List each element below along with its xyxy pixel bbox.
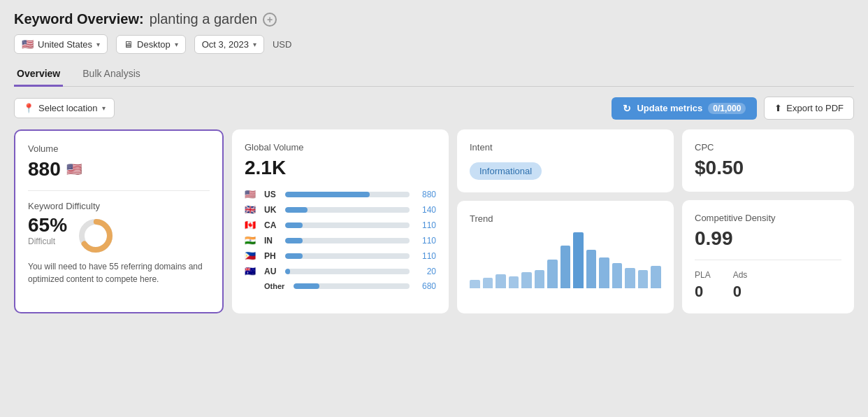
page-header: Keyword Overview: planting a garden + 🇺🇸… [14, 11, 854, 54]
comp-density-value: 0.99 [695, 227, 841, 250]
date-filter[interactable]: Oct 3, 2023 ▾ [194, 35, 264, 54]
difficulty-info: 65% Difficult [28, 215, 67, 246]
country-filter[interactable]: 🇺🇸 United States ▾ [14, 34, 108, 54]
select-location-button[interactable]: 📍 Select location ▾ [14, 98, 115, 118]
country-code-label: Other [264, 282, 288, 290]
list-item: 🇬🇧 UK 140 [245, 204, 436, 215]
cards-grid: Volume 880 🇺🇸 Keyword Difficulty 65% Dif… [14, 129, 854, 313]
keyword-title-row: Keyword Overview: planting a garden + [14, 11, 854, 27]
update-metrics-counter: 0/1,000 [708, 103, 746, 114]
country-volume-value: 110 [415, 251, 436, 261]
volume-flag: 🇺🇸 [66, 162, 82, 177]
competitive-density-card: Competitive Density 0.99 PLA 0 Ads 0 [682, 200, 854, 313]
keyword-overview-label: Keyword Overview: [14, 11, 144, 27]
country-flag-icon: 🇮🇳 [245, 235, 259, 246]
country-code-label: AU [264, 267, 280, 276]
trend-bar [651, 266, 661, 288]
bar-fill [285, 253, 303, 259]
intent-badge: Informational [470, 162, 542, 180]
country-code-label: PH [264, 251, 280, 261]
update-metrics-label: Update metrics [637, 103, 702, 113]
export-icon: ⬆ [774, 103, 782, 113]
bar-background [285, 238, 410, 243]
country-rows: 🇺🇸 US 880 🇬🇧 UK 140 🇨🇦 CA 110 🇮🇳 IN [245, 189, 436, 291]
trend-bar [638, 270, 649, 288]
country-flag-icon: 🇦🇺 [245, 266, 259, 276]
device-filter[interactable]: 🖥 Desktop ▾ [116, 35, 186, 54]
trend-bar [586, 250, 597, 288]
country-flag-icon: 🇺🇸 [245, 189, 259, 199]
country-flag-icon: 🇬🇧 [245, 204, 259, 215]
add-keyword-icon[interactable]: + [263, 13, 277, 27]
difficulty-row: 65% Difficult [28, 215, 210, 255]
filters-row: 🇺🇸 United States ▾ 🖥 Desktop ▾ Oct 3, 20… [14, 34, 854, 54]
pla-label: PLA [695, 270, 711, 280]
toolbar-row: 📍 Select location ▾ ↻ Update metrics 0/1… [14, 97, 854, 120]
currency-label: USD [273, 39, 291, 50]
export-pdf-button[interactable]: ⬆ Export to PDF [764, 97, 854, 120]
keyword-name: planting a garden [150, 11, 258, 27]
comp-density-label: Competitive Density [695, 213, 841, 223]
bar-background [285, 207, 410, 213]
donut-chart [77, 217, 115, 255]
export-label: Export to PDF [786, 103, 844, 113]
bar-fill [285, 222, 303, 228]
volume-difficulty-card: Volume 880 🇺🇸 Keyword Difficulty 65% Dif… [14, 129, 224, 313]
bar-fill [285, 192, 370, 197]
tab-overview[interactable]: Overview [14, 62, 63, 87]
difficulty-label: Keyword Difficulty [28, 201, 210, 211]
trend-bar [625, 268, 635, 288]
bar-fill [285, 269, 290, 274]
bar-background [285, 192, 410, 197]
ads-label: Ads [733, 270, 748, 280]
select-location-label: Select location [38, 103, 98, 113]
trend-bar [496, 274, 506, 288]
difficulty-desc: You will need to have 55 referring domai… [28, 260, 210, 285]
trend-label: Trend [470, 213, 661, 224]
pla-ads-row: PLA 0 Ads 0 [695, 270, 841, 301]
country-volume-value: 110 [415, 220, 436, 230]
tabs-row: Overview Bulk Analysis [14, 62, 854, 87]
trend-bar [547, 260, 558, 288]
monitor-icon: 🖥 [124, 39, 133, 50]
global-volume-card: Global Volume 2.1K 🇺🇸 US 880 🇬🇧 UK 140 🇨… [232, 129, 449, 313]
chevron-down-icon-4: ▾ [102, 104, 106, 112]
country-volume-value: 20 [415, 267, 436, 276]
trend-bar [521, 272, 532, 288]
list-item: Other 680 [245, 281, 436, 291]
volume-label: Volume [28, 143, 210, 154]
intent-trend-column: Intent Informational Trend [457, 129, 674, 313]
bar-background [285, 269, 410, 274]
country-code-label: IN [264, 236, 280, 246]
list-item: 🇵🇭 PH 110 [245, 250, 436, 261]
intent-label: Intent [470, 142, 661, 153]
country-flag-icon: 🇵🇭 [245, 250, 259, 261]
volume-value: 880 [28, 158, 61, 181]
difficulty-tag: Difficult [28, 236, 67, 246]
country-volume-value: 680 [415, 281, 436, 291]
trend-bar [509, 276, 519, 288]
date-label: Oct 3, 2023 [202, 39, 249, 50]
bar-background [285, 222, 410, 228]
trend-bar [599, 257, 609, 288]
trend-bar [535, 270, 545, 288]
tab-bulk-analysis[interactable]: Bulk Analysis [80, 62, 143, 87]
chevron-down-icon: ▾ [96, 41, 100, 48]
trend-bar [573, 232, 584, 288]
chevron-down-icon-3: ▾ [253, 41, 256, 48]
country-label: United States [38, 39, 92, 50]
update-metrics-button[interactable]: ↻ Update metrics 0/1,000 [612, 97, 757, 120]
list-item: 🇨🇦 CA 110 [245, 220, 436, 230]
trend-card: Trend [457, 201, 674, 313]
ads-value: 0 [733, 283, 748, 301]
toolbar-actions: ↻ Update metrics 0/1,000 ⬆ Export to PDF [612, 97, 854, 120]
country-code-label: CA [264, 220, 280, 230]
country-volume-value: 140 [415, 205, 436, 215]
global-volume-label: Global Volume [245, 142, 436, 153]
chevron-down-icon-2: ▾ [175, 41, 178, 48]
cpc-card: CPC $0.50 [682, 129, 854, 192]
bar-fill [285, 238, 303, 243]
bar-fill [294, 283, 319, 289]
bar-fill [285, 207, 308, 213]
trend-chart [470, 232, 661, 288]
